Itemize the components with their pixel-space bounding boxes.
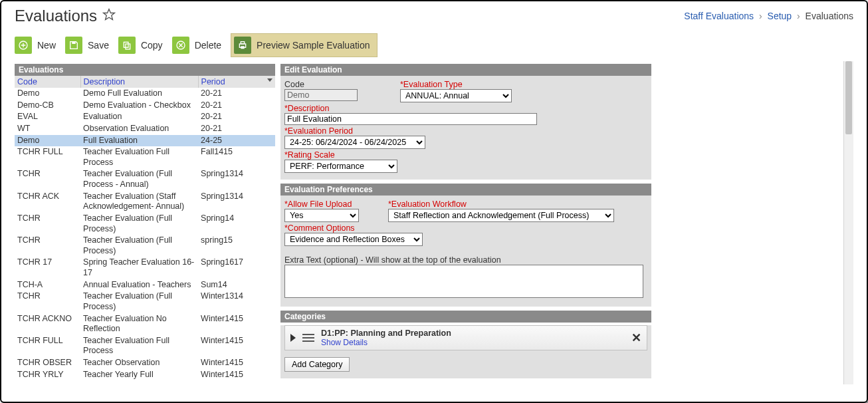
table-row[interactable]: WTObservation Evaluation20-21	[15, 123, 275, 135]
show-details-link[interactable]: Show Details	[321, 338, 625, 347]
cell-period: 20-21	[198, 88, 275, 100]
svg-rect-7	[241, 42, 244, 44]
svg-rect-2	[72, 42, 75, 44]
delete-button[interactable]: Delete	[172, 33, 221, 57]
breadcrumb-link-0[interactable]: Staff Evaluations	[684, 11, 754, 21]
cell-period: Winter1314	[198, 291, 275, 313]
extra-text-textarea[interactable]	[284, 265, 643, 298]
table-row[interactable]: TCHRTeacher Evaluation (Full Process)spr…	[15, 235, 275, 257]
table-row[interactable]: EVALEvaluation20-21	[15, 111, 275, 123]
description-input[interactable]	[284, 113, 537, 125]
cell-period: Winter1415	[198, 357, 275, 369]
table-row[interactable]: DemoFull Evaluation24-25	[15, 135, 275, 147]
evaluation-preferences-panel-header: Evaluation Preferences	[280, 184, 651, 196]
table-row[interactable]: Demo-CBDemo Evaluation - Checkbox20-21	[15, 100, 275, 112]
cell-period: Spring1314	[198, 191, 275, 213]
breadcrumb: Staff Evaluations › Setup › Evaluations	[684, 11, 853, 21]
allow-file-upload-select[interactable]: Yes	[284, 209, 359, 222]
cell-description: Teacher Evaluation (Full Process - Annua…	[80, 168, 198, 190]
new-button[interactable]: New	[15, 33, 56, 57]
evaluation-period-select[interactable]: 24-25: 06/24/2024 - 06/24/2025	[284, 136, 425, 149]
chevron-right-icon: ›	[759, 11, 762, 21]
cell-code: TCHR ACK	[15, 191, 80, 213]
cell-period: Fall1415	[198, 146, 275, 168]
printer-icon	[234, 37, 251, 54]
cell-description: Spring Teacher Evaluation 16-17	[80, 257, 198, 279]
new-button-label: New	[37, 40, 56, 51]
table-row[interactable]: TCHR FULLTeacher Evaluation Full Process…	[15, 146, 275, 168]
toolbar: New Save Copy Delete Preview Sample Eval…	[11, 29, 857, 61]
cell-period: Spring1314	[198, 168, 275, 190]
description-label: *Description	[284, 104, 647, 113]
cell-period: 20-21	[198, 100, 275, 112]
page-title: Evaluations	[15, 7, 116, 25]
table-row[interactable]: TCHR 17Spring Teacher Evaluation 16-17Sp…	[15, 257, 275, 279]
cell-description: Teacher Evaluation Full Process	[80, 335, 198, 357]
preview-sample-button[interactable]: Preview Sample Evaluation	[231, 33, 377, 57]
cell-description: Teacher Evaluation No Reflection	[80, 313, 198, 335]
cell-description: Teacher Evaluation (Staff Acknowledgemen…	[80, 191, 198, 213]
column-header-period[interactable]: Period	[198, 76, 275, 88]
rating-scale-select[interactable]: PERF: Performance	[284, 160, 397, 173]
table-row[interactable]: TCHR OBSERTeacher ObservationWinter1415	[15, 357, 275, 369]
evaluation-type-label: *Evaluation Type	[400, 80, 512, 89]
table-row[interactable]: TCHR YRLYTeacher Yearly FullWinter1415	[15, 369, 275, 381]
cell-code: TCHR ACKNO	[15, 313, 80, 335]
scrollbar-thumb[interactable]	[845, 61, 852, 134]
cell-code: TCHR 17	[15, 257, 80, 279]
cell-code: TCHR	[15, 235, 80, 257]
evaluation-workflow-select[interactable]: Staff Reflection and Acknowledgement (Fu…	[388, 209, 614, 222]
save-button[interactable]: Save	[65, 33, 109, 57]
cell-description: Annual Evaluation - Teachers	[80, 279, 198, 291]
svg-rect-8	[241, 46, 244, 49]
comment-options-select[interactable]: Evidence and Reflection Boxes	[284, 233, 423, 246]
add-category-button[interactable]: Add Category	[284, 357, 350, 372]
vertical-scrollbar[interactable]	[843, 61, 853, 384]
preview-sample-button-label: Preview Sample Evaluation	[257, 40, 370, 51]
cell-description: Teacher Evaluation (Full Process)	[80, 213, 198, 235]
evaluation-type-select[interactable]: ANNUAL: Annual	[400, 89, 512, 102]
drag-handle-icon[interactable]	[302, 334, 314, 342]
table-row[interactable]: TCH-AAnnual Evaluation - TeachersSum14	[15, 279, 275, 291]
cell-description: Full Evaluation	[80, 135, 198, 147]
table-row[interactable]: TCHRTeacher Evaluation (Full Process)Spr…	[15, 213, 275, 235]
cell-period: Winter1415	[198, 335, 275, 357]
expand-triangle-icon[interactable]	[290, 334, 296, 342]
close-circle-icon	[172, 37, 189, 54]
plus-circle-icon	[15, 37, 32, 54]
favorite-star-icon[interactable]	[102, 7, 116, 25]
category-row: D1:PP: Planning and Preparation Show Det…	[284, 325, 647, 350]
rating-scale-label: *Rating Scale	[284, 150, 647, 160]
column-header-code[interactable]: Code	[15, 76, 80, 88]
table-row[interactable]: TCHR ACKNOTeacher Evaluation No Reflecti…	[15, 313, 275, 335]
svg-marker-0	[104, 9, 115, 20]
column-header-description[interactable]: Description	[80, 76, 198, 88]
cell-description: Teacher Evaluation (Full Process)	[80, 291, 198, 313]
breadcrumb-link-1[interactable]: Setup	[768, 11, 792, 21]
comment-options-label: *Comment Options	[284, 223, 647, 233]
remove-category-icon[interactable]: ✕	[631, 331, 641, 345]
evaluations-panel-header: Evaluations	[15, 64, 275, 76]
cell-period: Winter1415	[198, 313, 275, 335]
table-row[interactable]: TCHR FULLTeacher Evaluation Full Process…	[15, 335, 275, 357]
cell-code: TCHR	[15, 168, 80, 190]
cell-description: Teacher Evaluation Full Process	[80, 146, 198, 168]
cell-period: Sum14	[198, 279, 275, 291]
cell-description: Teacher Yearly Full	[80, 369, 198, 381]
evaluation-period-label: *Evaluation Period	[284, 126, 647, 136]
cell-code: EVAL	[15, 111, 80, 123]
edit-evaluation-panel-header: Edit Evaluation	[280, 64, 651, 76]
floppy-disk-icon	[65, 37, 82, 54]
save-button-label: Save	[88, 40, 109, 51]
cell-description: Teacher Observation	[80, 357, 198, 369]
cell-code: TCHR YRLY	[15, 369, 80, 381]
table-row[interactable]: TCHRTeacher Evaluation (Full Process)Win…	[15, 291, 275, 313]
table-row[interactable]: TCHR ACKTeacher Evaluation (Staff Acknow…	[15, 191, 275, 213]
categories-panel-header: Categories	[280, 311, 651, 323]
evaluation-workflow-label: *Evaluation Workflow	[388, 200, 614, 209]
cell-code: TCHR FULL	[15, 146, 80, 168]
table-row[interactable]: DemoDemo Full Evaluation20-21	[15, 88, 275, 100]
cell-period: Spring14	[198, 213, 275, 235]
copy-button[interactable]: Copy	[118, 33, 163, 57]
table-row[interactable]: TCHRTeacher Evaluation (Full Process - A…	[15, 168, 275, 190]
